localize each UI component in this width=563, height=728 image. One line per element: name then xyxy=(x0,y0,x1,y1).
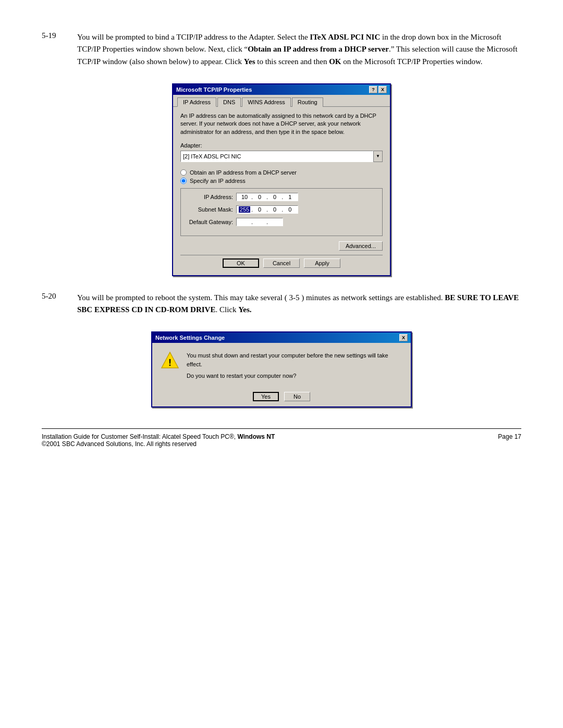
tcpip-titlebar: Microsoft TCP/IP Properties ? X xyxy=(173,84,390,95)
gateway-seg-3[interactable] xyxy=(269,219,280,225)
network-title: Network Settings Change xyxy=(155,335,225,341)
radio-dhcp-row: Obtain an IP address from a DHCP server xyxy=(180,169,383,176)
subnet-seg-1[interactable]: 255 xyxy=(239,206,250,213)
ip-seg-4[interactable]: 1 xyxy=(284,194,296,200)
gateway-field-label: Default Gateway: xyxy=(186,219,233,225)
ok-button[interactable]: OK xyxy=(223,258,259,268)
tab-routing[interactable]: Routing xyxy=(292,97,323,107)
cancel-button[interactable]: Cancel xyxy=(263,258,300,268)
tcpip-dialog-wrapper: Microsoft TCP/IP Properties ? X IP Addre… xyxy=(42,83,521,276)
adapter-label: Adapter: xyxy=(180,142,383,149)
yes-button[interactable]: Yes xyxy=(253,392,279,401)
gateway-seg-2[interactable] xyxy=(254,219,265,225)
step-519-text: You will be prompted to bind a TCIP/IP a… xyxy=(77,31,521,68)
titlebar-buttons: ? X xyxy=(369,86,387,93)
subnet-field-label: Subnet Mask: xyxy=(186,206,233,213)
tcpip-title: Microsoft TCP/IP Properties xyxy=(176,87,252,93)
network-titlebar-buttons: X xyxy=(399,334,408,341)
radio-specify[interactable] xyxy=(180,178,187,184)
network-warn-text: You must shut down and restart your comp… xyxy=(187,351,402,380)
close-button[interactable]: X xyxy=(378,86,387,93)
ip-radio-group: Obtain an IP address from a DHCP server … xyxy=(180,169,383,184)
footer-os: Windows NT xyxy=(237,433,275,440)
advanced-button[interactable]: Advanced... xyxy=(339,241,383,251)
tcpip-dialog: Microsoft TCP/IP Properties ? X IP Addre… xyxy=(172,83,391,276)
step-519-number: 5-19 xyxy=(42,31,68,68)
network-dialog: Network Settings Change X ! You must shu… xyxy=(151,331,412,408)
network-btn-row: Yes No xyxy=(152,389,411,406)
svg-text:!: ! xyxy=(168,357,172,368)
subnet-mask-row: Subnet Mask: 255 . 0 . 0 . 0 xyxy=(186,205,377,214)
subnet-mask-box[interactable]: 255 . 0 . 0 . 0 xyxy=(236,205,298,214)
adapter-dropdown-row: [2] ITeX ADSL PCI NIC ▼ xyxy=(180,151,383,162)
dialog-buttons: OK Cancel Apply xyxy=(180,255,383,270)
network-titlebar: Network Settings Change X xyxy=(152,332,411,343)
ip-address-row: IP Address: 10 . 0 . 0 . 1 xyxy=(186,193,377,201)
advanced-row: Advanced... xyxy=(180,241,383,251)
radio-dhcp-label: Obtain an IP address from a DHCP server xyxy=(190,169,297,176)
gateway-seg-1[interactable] xyxy=(239,219,250,225)
warning-icon: ! xyxy=(161,351,179,370)
network-warn-line1: You must shut down and restart your comp… xyxy=(187,351,402,368)
tab-bar: IP Address DNS WINS Address Routing xyxy=(173,95,390,107)
network-warn-line2: Do you want to restart your computer now… xyxy=(187,372,402,380)
adapter-value: [2] ITeX ADSL PCI NIC xyxy=(183,153,241,159)
footer-left: Installation Guide for Customer Self-Ins… xyxy=(42,433,498,448)
network-close-button[interactable]: X xyxy=(399,334,408,341)
step-519-block: 5-19 You will be prompted to bind a TCIP… xyxy=(42,31,521,68)
footer: Installation Guide for Customer Self-Ins… xyxy=(42,428,521,448)
no-button[interactable]: No xyxy=(284,392,310,401)
adapter-select[interactable]: [2] ITeX ADSL PCI NIC xyxy=(180,151,373,162)
footer-text-left: Installation Guide for Customer Self-Ins… xyxy=(42,433,237,440)
tab-dns[interactable]: DNS xyxy=(217,97,241,107)
adapter-dropdown-arrow[interactable]: ▼ xyxy=(373,151,383,162)
subnet-seg-2[interactable]: 0 xyxy=(254,206,265,213)
network-dialog-wrapper: Network Settings Change X ! You must shu… xyxy=(42,331,521,408)
tcpip-description: An IP address can be automatically assig… xyxy=(180,112,383,136)
step-520-text: You will be prompted to reboot the syste… xyxy=(77,292,521,316)
radio-specify-label: Specify an IP address xyxy=(190,178,246,184)
help-button[interactable]: ? xyxy=(369,86,377,93)
gateway-box[interactable]: . . xyxy=(236,218,283,226)
ip-fields-groupbox: IP Address: 10 . 0 . 0 . 1 Sub xyxy=(180,188,383,236)
step-520-block: 5-20 You will be prompted to reboot the … xyxy=(42,292,521,316)
subnet-seg-4[interactable]: 0 xyxy=(284,206,296,213)
radio-specify-row: Specify an IP address xyxy=(180,178,383,184)
tab-wins-address[interactable]: WINS Address xyxy=(242,97,291,107)
gateway-row: Default Gateway: . . xyxy=(186,218,377,226)
footer-line1: Installation Guide for Customer Self-Ins… xyxy=(42,433,498,440)
ip-seg-2[interactable]: 0 xyxy=(254,194,265,200)
footer-copyright: ©2001 SBC Advanced Solutions, Inc. All r… xyxy=(42,440,498,448)
page-content: 5-19 You will be prompted to bind a TCIP… xyxy=(42,31,521,448)
radio-dhcp[interactable] xyxy=(180,169,187,176)
apply-button[interactable]: Apply xyxy=(304,258,340,268)
ip-seg-1[interactable]: 10 xyxy=(239,194,250,200)
subnet-seg-3[interactable]: 0 xyxy=(269,206,280,213)
ip-seg-3[interactable]: 0 xyxy=(269,194,280,200)
tab-ip-address[interactable]: IP Address xyxy=(177,97,216,107)
step-520-number: 5-20 xyxy=(42,292,68,316)
network-warn-body: ! You must shut down and restart your co… xyxy=(152,343,411,389)
ip-field-label: IP Address: xyxy=(186,194,233,200)
ip-address-box[interactable]: 10 . 0 . 0 . 1 xyxy=(236,193,298,201)
footer-page: Page 17 xyxy=(498,433,521,448)
tcpip-body: An IP address can be automatically assig… xyxy=(173,107,390,275)
